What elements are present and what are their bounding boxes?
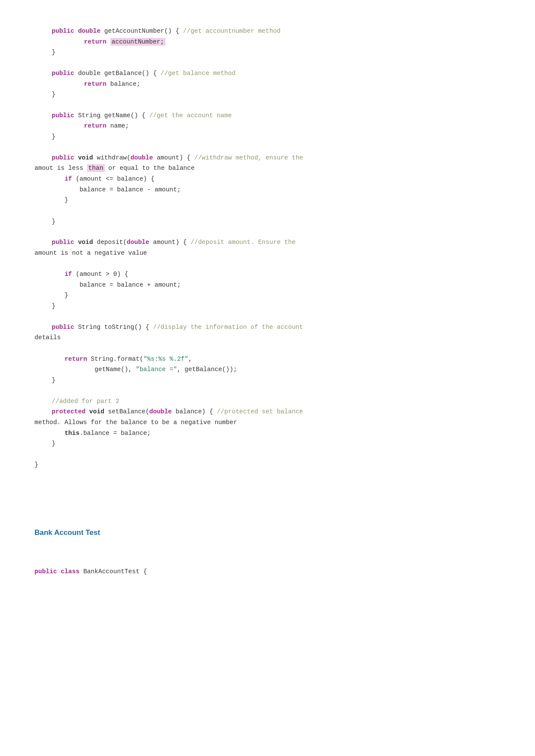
section2-title: Bank Account Test <box>34 527 501 538</box>
get-account-number-method: public double getAccountNumber() { //get… <box>34 26 501 58</box>
get-balance-method: public double getBalance() { //get balan… <box>34 68 501 100</box>
get-name-method: public String getName() { //get the acco… <box>34 110 501 142</box>
code-content: public double getAccountNumber() { //get… <box>34 26 501 577</box>
set-balance-method: //added for part 2 protected void setBal… <box>34 396 501 449</box>
withdraw-method: public void withdraw(double amount) { //… <box>34 153 501 227</box>
to-string-method: public String toString() { //display the… <box>34 322 501 386</box>
outer-close-brace: } <box>34 459 501 470</box>
deposit-method: public void deposit(double amount) { //d… <box>34 237 501 311</box>
section2-class: public class BankAccountTest { <box>34 566 501 577</box>
